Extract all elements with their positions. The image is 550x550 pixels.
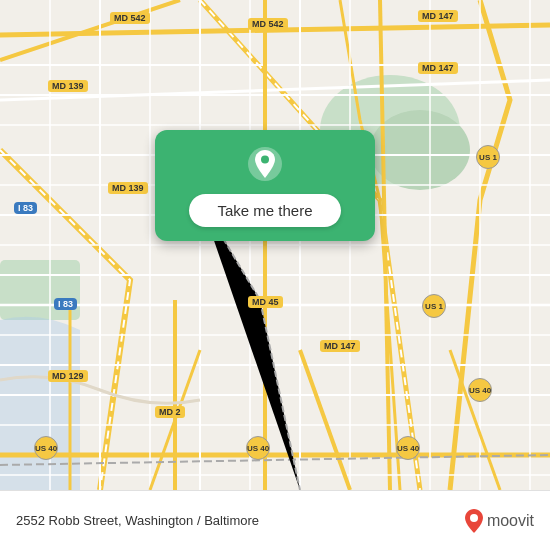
road-label-md147-3: MD 147 [320,340,360,352]
road-label-md2: MD 2 [155,406,185,418]
road-label-us40-3: US 40 [396,436,420,460]
road-label-md542-1: MD 542 [110,12,150,24]
moovit-logo: moovit [463,508,534,534]
road-label-us40-2: US 40 [246,436,270,460]
take-me-there-button[interactable]: Take me there [189,194,340,227]
address-text: 2552 Robb Street, Washington / Baltimore [16,513,259,528]
road-label-md139-1: MD 139 [48,80,88,92]
svg-point-36 [470,514,478,522]
road-label-i83-2: I 83 [54,298,77,310]
road-label-md147-2: MD 147 [418,62,458,74]
road-label-us40-4: US 40 [468,378,492,402]
road-label-md139-2: MD 139 [108,182,148,194]
road-label-md129: MD 129 [48,370,88,382]
map-svg [0,0,550,490]
svg-rect-3 [0,260,80,320]
road-label-md542-2: MD 542 [248,18,288,30]
road-label-us1-1: US 1 [476,145,500,169]
road-label-md45: MD 45 [248,296,283,308]
svg-point-35 [261,156,269,164]
moovit-logo-icon [463,508,485,534]
location-popup: Take me there [155,130,375,241]
bottom-info-bar: 2552 Robb Street, Washington / Baltimore… [0,490,550,550]
road-label-md147-1: MD 147 [418,10,458,22]
road-label-us40-1: US 40 [34,436,58,460]
location-pin-icon [247,146,283,182]
map-container: MD 542 MD 542 MD 147 MD 147 MD 147 MD 13… [0,0,550,490]
road-label-i83-1: I 83 [14,202,37,214]
road-label-us1-2: US 1 [422,294,446,318]
moovit-logo-text: moovit [487,512,534,530]
